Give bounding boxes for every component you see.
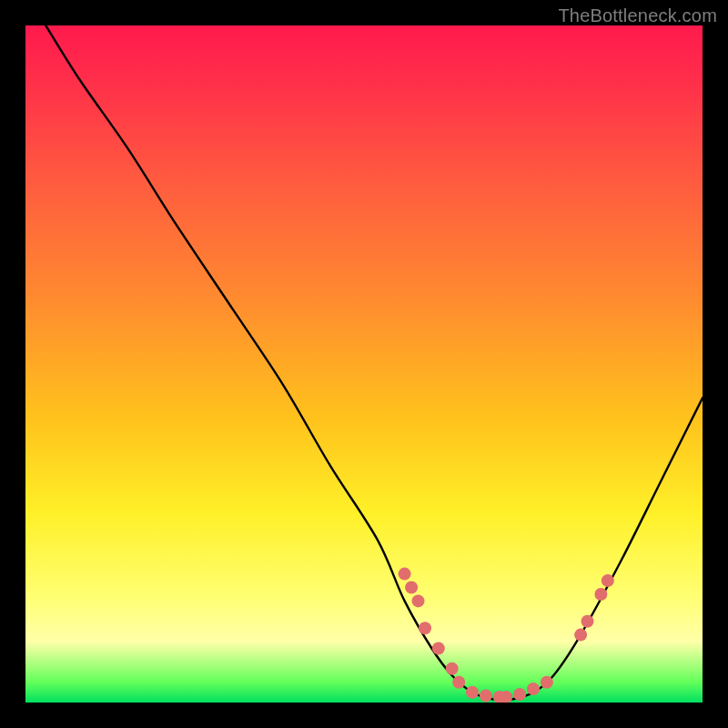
data-marker (399, 568, 411, 581)
curve-svg-layer (25, 25, 703, 703)
chart-plot-area (25, 25, 703, 703)
data-marker (405, 581, 418, 594)
data-marker (432, 642, 445, 655)
data-marker (513, 688, 526, 701)
data-marker (419, 622, 431, 634)
data-marker (574, 629, 587, 642)
data-marker (412, 594, 425, 607)
data-marker (581, 615, 594, 628)
data-marker (480, 690, 492, 703)
data-marker (466, 686, 479, 699)
data-marker (602, 574, 614, 587)
data-marker (527, 682, 540, 695)
data-marker (452, 676, 465, 689)
marker-group (399, 568, 614, 703)
data-marker (541, 676, 553, 689)
watermark-text: TheBottleneck.com (558, 5, 717, 26)
data-marker (594, 588, 607, 601)
data-marker (446, 662, 459, 675)
